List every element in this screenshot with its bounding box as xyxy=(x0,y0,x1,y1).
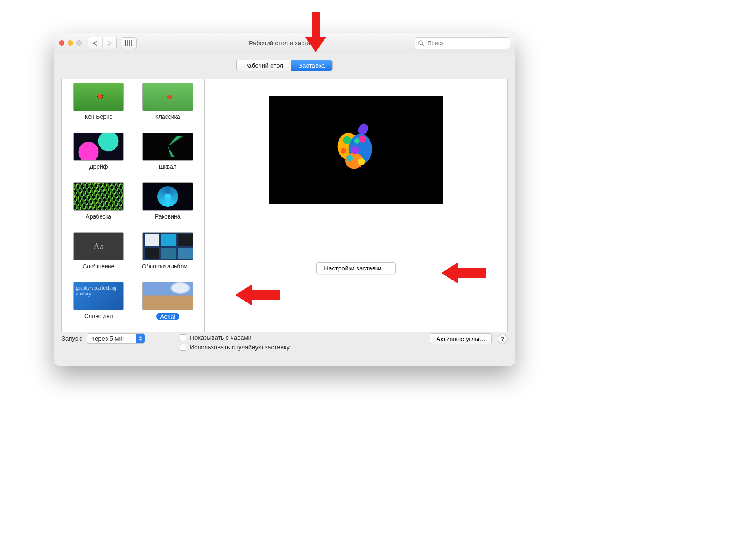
screensaver-list[interactable]: Кен БернсКлассикаДрейфШквалАрабескаРаков… xyxy=(61,79,204,332)
svg-point-12 xyxy=(341,148,346,154)
svg-point-9 xyxy=(346,155,353,161)
tabs: Рабочий стол Заставка xyxy=(54,53,515,73)
thumb-label: Дрейф xyxy=(89,163,108,170)
search-input[interactable] xyxy=(415,37,510,49)
thumb-label: Раковина xyxy=(155,213,181,220)
checkboxes: Показывать с часами Использовать случайн… xyxy=(180,334,290,351)
start-after-select[interactable]: через 5 мин xyxy=(87,333,145,344)
random-label: Использовать случайную заставку xyxy=(190,344,290,351)
thumb-image xyxy=(73,133,124,161)
thumb-label: Классика xyxy=(155,113,180,120)
screensaver-thumb[interactable]: AaСообщение xyxy=(68,232,130,278)
svg-point-11 xyxy=(354,138,360,144)
chevron-updown-icon xyxy=(136,334,145,343)
search-icon xyxy=(418,40,424,47)
thumb-label: Сообщение xyxy=(83,263,114,270)
nav-buttons xyxy=(88,37,117,49)
thumb-image xyxy=(142,232,193,260)
checkbox-icon xyxy=(180,344,186,351)
hot-corners-button[interactable]: Активные углы… xyxy=(430,333,492,344)
random-screensaver-checkbox[interactable]: Использовать случайную заставку xyxy=(180,344,290,351)
forward-button[interactable] xyxy=(102,37,116,49)
screensaver-thumb[interactable]: Арабеска xyxy=(68,182,130,228)
thumb-image xyxy=(73,182,124,211)
thumb-image xyxy=(142,282,193,310)
thumb-image xyxy=(142,83,193,111)
content-area: Кен БернсКлассикаДрейфШквалАрабескаРаков… xyxy=(61,79,508,332)
show-all-button[interactable] xyxy=(121,37,137,49)
show-clock-checkbox[interactable]: Показывать с часами xyxy=(180,334,290,341)
screensaver-thumb[interactable]: Aerial xyxy=(137,282,199,329)
footer: Запуск: через 5 мин Показывать с часами … xyxy=(61,333,508,358)
thumb-image xyxy=(142,182,193,211)
help-button[interactable]: ? xyxy=(498,334,508,344)
svg-point-6 xyxy=(343,136,351,144)
thumb-label: Aerial xyxy=(156,313,179,320)
screensaver-options-button[interactable]: Настройки заставки… xyxy=(316,262,395,274)
segment-control: Рабочий стол Заставка xyxy=(236,60,333,71)
thumb-image: graphy voca lexicog abulary xyxy=(73,282,124,310)
thumb-label: Обложки альбом… xyxy=(142,263,194,270)
search-wrap xyxy=(415,37,510,49)
thumb-label: Арабеска xyxy=(86,213,111,220)
footer-right: Активные углы… ? xyxy=(430,333,508,344)
annotation-arrow-left xyxy=(234,284,280,306)
thumb-label: Шквал xyxy=(159,163,177,170)
svg-point-8 xyxy=(351,146,359,154)
screensaver-thumb[interactable]: Классика xyxy=(137,83,199,128)
annotation-arrow-down xyxy=(303,12,328,54)
screensaver-thumb[interactable]: Шквал xyxy=(137,133,199,178)
svg-marker-14 xyxy=(235,285,280,305)
preview xyxy=(269,96,443,204)
back-button[interactable] xyxy=(88,37,102,49)
thumb-image xyxy=(73,83,124,111)
start-after-value: через 5 мин xyxy=(91,335,126,342)
svg-marker-13 xyxy=(305,12,326,52)
svg-line-1 xyxy=(422,44,424,46)
tab-desktop[interactable]: Рабочий стол xyxy=(237,60,291,71)
thumb-label: Слово дня xyxy=(84,313,113,319)
screensaver-thumb[interactable]: graphy voca lexicog abularyСлово дня xyxy=(68,282,130,329)
preview-artwork xyxy=(333,123,379,177)
close-icon[interactable] xyxy=(59,40,64,46)
thumb-label: Кен Бернс xyxy=(85,113,113,120)
show-clock-label: Показывать с часами xyxy=(190,334,252,341)
tab-screensaver[interactable]: Заставка xyxy=(291,60,332,71)
start-after: Запуск: через 5 мин xyxy=(61,333,145,344)
minimize-icon[interactable] xyxy=(68,40,73,46)
screensaver-thumb[interactable]: Дрейф xyxy=(68,133,130,178)
start-label: Запуск: xyxy=(61,335,83,342)
preferences-window: Рабочий стол и заставка Рабочий стол Зас… xyxy=(54,33,515,366)
svg-marker-15 xyxy=(441,263,486,283)
titlebar: Рабочий стол и заставка xyxy=(54,33,515,53)
grid-icon xyxy=(125,40,132,46)
screensaver-thumb[interactable]: Обложки альбом… xyxy=(137,232,199,278)
screensaver-thumb[interactable]: Раковина xyxy=(137,182,199,228)
thumb-image xyxy=(142,133,193,161)
svg-point-10 xyxy=(358,158,365,165)
maximize-icon xyxy=(76,40,82,46)
thumb-image: Aa xyxy=(73,232,124,260)
screensaver-thumb[interactable]: Кен Бернс xyxy=(68,83,130,128)
svg-point-7 xyxy=(359,135,366,142)
traffic-lights xyxy=(59,40,82,46)
checkbox-icon xyxy=(180,334,186,341)
annotation-arrow-left xyxy=(440,262,486,284)
